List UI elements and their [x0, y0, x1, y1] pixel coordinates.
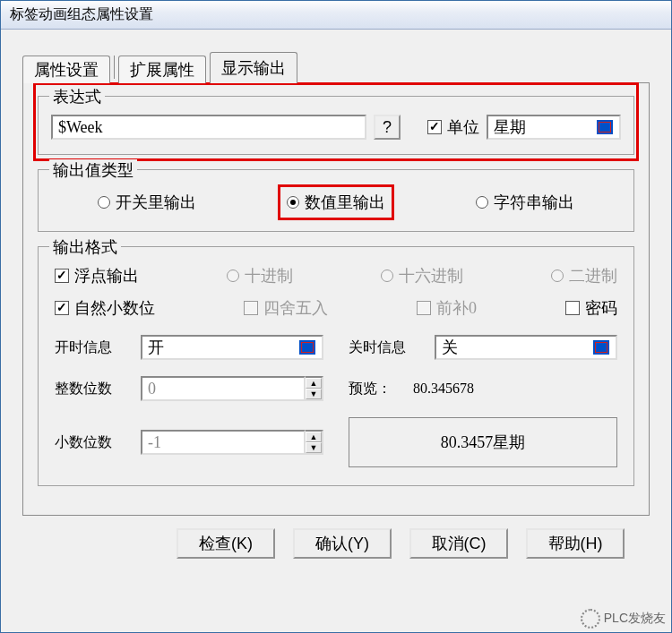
spin-up-icon[interactable]: ▲: [306, 432, 322, 442]
footer-buttons: 检查(K) 确认(Y) 取消(C) 帮助(H): [22, 516, 650, 559]
check-icon: ✓: [55, 301, 69, 315]
radio-icon: [476, 196, 488, 209]
radio-decimal: 十进制: [227, 265, 293, 287]
spin-down-icon[interactable]: ▼: [306, 442, 322, 453]
tab-properties[interactable]: 属性设置: [22, 56, 110, 83]
dec-digits-input[interactable]: -1: [141, 430, 306, 455]
svg-rect-8: [596, 343, 607, 352]
on-info-label: 开时信息: [55, 338, 134, 357]
group-output-format-label: 输出格式: [49, 236, 121, 258]
check-icon: [565, 301, 580, 315]
tab-separator: [114, 56, 115, 79]
radio-switch-output[interactable]: 开关里输出: [98, 192, 196, 213]
check-icon: ✓: [427, 120, 442, 134]
group-expression-label: 表达式: [49, 86, 105, 107]
watermark-icon: [581, 609, 600, 629]
int-digits-label: 整数位数: [55, 380, 134, 398]
int-digits-spinner: 0 ▲ ▼: [141, 376, 323, 401]
unit-checkbox[interactable]: ✓ 单位: [427, 116, 479, 138]
ime-icon: [298, 339, 316, 355]
off-info-label: 关时信息: [349, 338, 427, 357]
cancel-button[interactable]: 取消(C): [409, 528, 508, 559]
dec-digits-spinner: -1 ▲ ▼: [141, 430, 323, 455]
int-digits-input[interactable]: 0: [141, 376, 306, 401]
on-info-input[interactable]: 开: [141, 335, 323, 360]
radio-hex: 十六进制: [381, 265, 463, 287]
checkbox-pad-zero: 前补0: [417, 297, 477, 319]
expression-input[interactable]: $Week: [51, 115, 366, 140]
radio-string-output[interactable]: 字符串输出: [476, 192, 574, 213]
svg-rect-2: [599, 123, 610, 132]
group-output-type-label: 输出值类型: [49, 159, 137, 181]
preview-label: 预览：: [349, 380, 406, 398]
unit-checkbox-label: 单位: [447, 116, 479, 138]
spin-down-icon[interactable]: ▼: [306, 389, 322, 399]
radio-numeric-output[interactable]: 数值里输出: [287, 192, 385, 213]
svg-rect-5: [302, 343, 313, 352]
check-icon: ✓: [55, 269, 69, 283]
off-info-input[interactable]: 关: [435, 335, 617, 360]
tab-extended[interactable]: 扩展属性: [118, 56, 206, 83]
group-output-type: 输出值类型 开关里输出 数值里输出 字符串输出: [38, 169, 634, 232]
unit-value: 星期: [494, 116, 526, 138]
radio-binary: 二进制: [551, 265, 617, 287]
checkbox-natural-decimal[interactable]: ✓ 自然小数位: [55, 297, 155, 319]
watermark: PLC发烧友: [581, 609, 666, 629]
help-button[interactable]: 帮助(H): [526, 528, 625, 559]
window-title: 标签动画组态属性设置: [1, 1, 671, 30]
radio-icon: [98, 196, 110, 209]
checkbox-float-output[interactable]: ✓ 浮点输出: [55, 265, 139, 287]
preview-value: 80.345678: [413, 381, 474, 397]
preview-box: 80.3457星期: [349, 417, 617, 467]
tab-strip: 属性设置 扩展属性 显示输出: [22, 51, 650, 82]
content-area: 属性设置 扩展属性 显示输出 表达式 $Week ? ✓ 单位 星期: [1, 30, 671, 566]
ime-icon: [596, 119, 614, 135]
group-output-format: 输出格式 ✓ 浮点输出 十进制 十六进制 二进制: [38, 246, 634, 486]
tab-panel: 表达式 $Week ? ✓ 单位 星期: [22, 82, 650, 516]
ok-button[interactable]: 确认(Y): [293, 528, 392, 559]
checkbox-round: 四舍五入: [244, 297, 328, 319]
spin-up-icon[interactable]: ▲: [306, 378, 322, 389]
dialog-window: 标签动画组态属性设置 属性设置 扩展属性 显示输出 表达式 $Week ? ✓ …: [0, 0, 672, 633]
ime-icon: [592, 339, 610, 355]
dec-digits-label: 小数位数: [55, 433, 134, 452]
tab-display-output[interactable]: 显示输出: [210, 52, 297, 83]
check-button[interactable]: 检查(K): [177, 528, 275, 559]
group-expression: 表达式 $Week ? ✓ 单位 星期: [38, 96, 634, 155]
expression-help-button[interactable]: ?: [374, 115, 401, 140]
checkbox-password[interactable]: 密码: [565, 297, 617, 319]
radio-icon: [287, 196, 299, 209]
unit-input[interactable]: 星期: [487, 115, 621, 140]
